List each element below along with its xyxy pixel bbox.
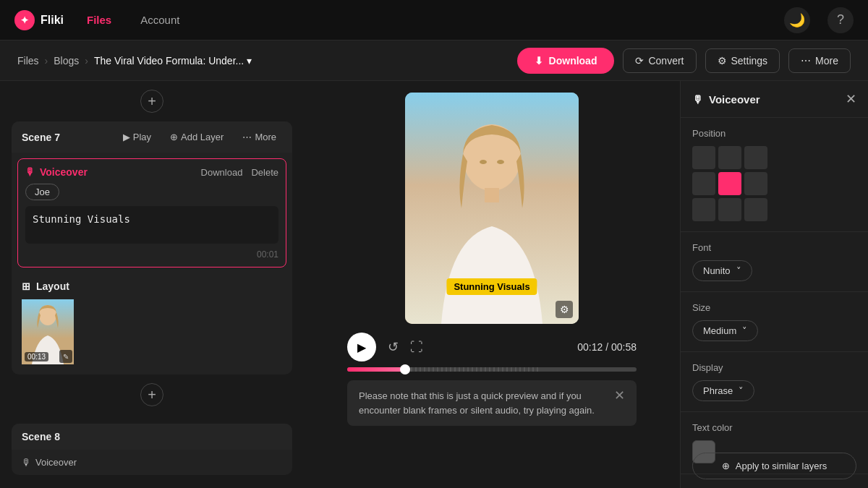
pos-cell-6[interactable] (692, 198, 715, 221)
pos-cell-5[interactable] (744, 172, 767, 195)
fullscreen-button[interactable]: ⛶ (410, 340, 423, 355)
pos-cell-4[interactable] (718, 172, 741, 195)
pos-cell-7[interactable] (718, 198, 741, 221)
font-section: Font Nunito ˅ (681, 232, 868, 292)
scene-8-mic-icon: 🎙 (22, 457, 31, 468)
video-controls: ▶ ↺ ⛶ 00:12 / 00:58 (347, 333, 637, 372)
layout-title: ⊞ Layout (22, 281, 282, 292)
play-button[interactable]: ▶ (347, 333, 376, 361)
nav-account[interactable]: Account (135, 11, 185, 29)
breadcrumb: Files › Blogs › The Viral Video Formula:… (17, 55, 506, 67)
right-panel-title: 🎙 Voiceover (692, 93, 760, 106)
settings-button[interactable]: ⚙ Settings (705, 48, 780, 73)
settings-icon: ⚙ (718, 55, 727, 67)
thumb-timestamp: 00:13 (25, 352, 48, 361)
progress-bar[interactable] (347, 367, 637, 372)
main-area: + Scene 7 ▶ Play ⊕ Add Layer ⋯ More (0, 81, 868, 488)
breadcrumb-files[interactable]: Files (17, 55, 39, 67)
size-value: Medium (703, 325, 736, 336)
breadcrumb-blogs[interactable]: Blogs (54, 55, 79, 67)
mic-icon: 🎙 (25, 166, 35, 178)
svg-point-5 (480, 160, 487, 164)
pos-cell-3[interactable] (692, 172, 715, 195)
apply-to-similar-button[interactable]: ⊕ Apply to similar layers (692, 453, 856, 479)
close-panel-button[interactable]: ✕ (846, 91, 856, 107)
pos-cell-0[interactable] (692, 146, 715, 169)
time-display: 00:12 / 00:58 (435, 341, 637, 353)
more-button[interactable]: ⋯ More (788, 48, 851, 73)
app-logo[interactable]: ✦ Fliki (14, 10, 64, 30)
breadcrumb-current[interactable]: The Viral Video Formula: Under... ▾ (94, 55, 252, 67)
voice-tag[interactable]: Joe (25, 184, 59, 200)
nav-files[interactable]: Files (81, 11, 117, 29)
convert-icon: ⟳ (635, 55, 644, 67)
text-color-label: Text color (692, 422, 856, 433)
display-select-button[interactable]: Phrase ˅ (692, 380, 754, 401)
svg-point-6 (497, 160, 504, 164)
video-settings-icon[interactable]: ⚙ (556, 301, 573, 318)
pos-cell-2[interactable] (744, 146, 767, 169)
display-chevron-icon: ˅ (739, 385, 744, 396)
replay-button[interactable]: ↺ (388, 339, 399, 355)
size-label: Size (692, 302, 856, 313)
layout-section: ⊞ Layout (12, 273, 292, 374)
add-layer-icon: ⊕ (170, 132, 178, 142)
add-scene-top-button[interactable]: + (140, 90, 163, 113)
voiceover-text-input[interactable]: Stunning Visuals (25, 206, 278, 244)
help-button[interactable]: ? (827, 7, 854, 33)
replay-icon: ↺ (388, 339, 399, 355)
app-name: Fliki (41, 14, 64, 27)
pos-cell-1[interactable] (718, 146, 741, 169)
layout-icon: ⊞ (22, 281, 30, 292)
apply-icon: ⊕ (722, 461, 730, 471)
progress-fill (347, 367, 405, 372)
left-panel: + Scene 7 ▶ Play ⊕ Add Layer ⋯ More (0, 81, 304, 488)
breadcrumb-actions: ⬇ Download ⟳ Convert ⚙ Settings ⋯ More (517, 48, 851, 74)
size-chevron-icon: ˅ (742, 325, 747, 336)
add-scene-bottom-button[interactable]: + (140, 383, 163, 406)
voiceover-delete-button[interactable]: Delete (251, 167, 278, 178)
font-chevron-icon: ˅ (736, 265, 741, 276)
size-section: Size Medium ˅ (681, 292, 868, 352)
notification-text: Please note that this is just a quick pr… (359, 389, 605, 417)
display-section: Display Phrase ˅ (681, 352, 868, 412)
notification-bar: Please note that this is just a quick pr… (347, 380, 637, 426)
video-subtitle: Stunning Visuals (446, 278, 537, 295)
font-label: Font (692, 242, 856, 253)
thumb-edit-icon[interactable]: ✎ (59, 350, 72, 363)
scene-8-title: Scene 8 (22, 431, 282, 442)
font-select-button[interactable]: Nunito ˅ (692, 260, 752, 281)
pos-cell-8[interactable] (744, 198, 767, 221)
scene-7-more-button[interactable]: ⋯ More (237, 129, 282, 145)
breadcrumb-bar: Files › Blogs › The Viral Video Formula:… (0, 40, 868, 81)
play-icon: ▶ (123, 132, 130, 142)
position-grid (692, 146, 856, 221)
scene-7-play-button[interactable]: ▶ Play (117, 129, 157, 145)
convert-button[interactable]: ⟳ Convert (623, 48, 696, 73)
scene-7-header: Scene 7 ▶ Play ⊕ Add Layer ⋯ More (12, 121, 292, 153)
breadcrumb-chevron-1: › (45, 55, 48, 67)
svg-rect-4 (485, 188, 499, 202)
download-icon: ⬇ (535, 55, 543, 67)
scene-8-header: Scene 8 (12, 424, 292, 450)
display-value: Phrase (703, 385, 733, 396)
video-preview: Stunning Visuals ⚙ (405, 93, 579, 324)
add-scene-bottom: + (12, 374, 292, 415)
notification-close-button[interactable]: ✕ (614, 389, 625, 402)
progress-thumb[interactable] (400, 364, 410, 374)
download-button[interactable]: ⬇ Download (517, 48, 615, 74)
breadcrumb-chevron-2: › (85, 55, 88, 67)
breadcrumb-dropdown-icon: ▾ (247, 55, 252, 67)
scene-7-title: Scene 7 (22, 132, 110, 143)
play-triangle-icon: ▶ (357, 341, 366, 354)
layout-thumbnail[interactable]: ✎ 00:13 (22, 299, 74, 364)
scene-7-add-layer-button[interactable]: ⊕ Add Layer (164, 129, 229, 145)
size-select-button[interactable]: Medium ˅ (692, 320, 758, 341)
position-section: Position (681, 118, 868, 232)
center-panel: Stunning Visuals ⚙ ▶ ↺ ⛶ 00:12 / 00:58 (304, 81, 680, 488)
dark-mode-button[interactable]: 🌙 (784, 7, 810, 33)
scene-8-content: 🎙 Voiceover (12, 450, 292, 475)
voiceover-title: 🎙 Voiceover (25, 166, 88, 178)
voiceover-download-button[interactable]: Download (201, 167, 243, 178)
scene-more-icon: ⋯ (242, 132, 252, 142)
